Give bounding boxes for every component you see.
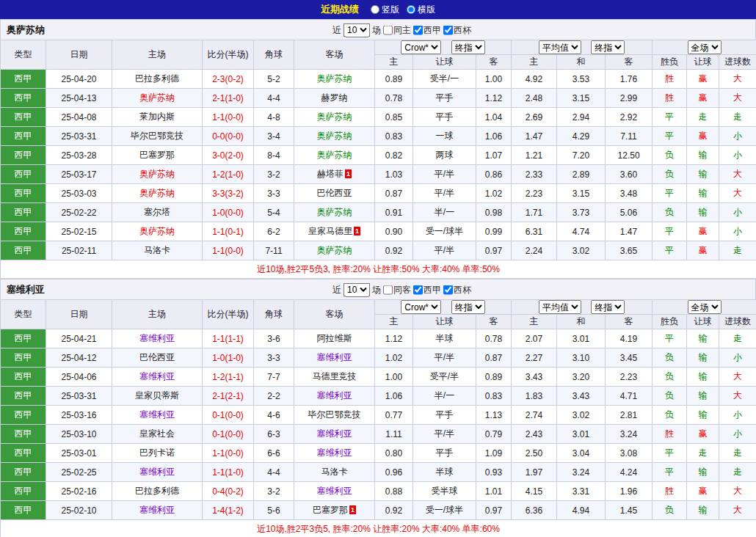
team-link[interactable]: 马德里竞技	[313, 371, 357, 381]
bookmaker-select[interactable]: Crow*	[401, 40, 441, 54]
result-wdl-cell: 平	[653, 463, 687, 482]
handicap-cell: 受一/球半	[413, 222, 476, 241]
team-link[interactable]: 塞维利亚	[139, 333, 175, 343]
team-link[interactable]: 皇家马德里	[308, 226, 352, 236]
europe-avg-select[interactable]: 平均值	[539, 300, 581, 314]
team-link[interactable]: 奥萨苏纳	[139, 169, 175, 179]
away-team-cell: 塞维利亚	[294, 425, 375, 444]
team-link[interactable]: 奥萨苏纳	[139, 226, 175, 236]
cup-checkbox-wrap[interactable]: 西杯	[443, 283, 471, 296]
team-link[interactable]: 奥萨苏纳	[317, 73, 352, 84]
league-label: 西甲	[424, 23, 441, 36]
asia-stage-select[interactable]: 终指	[451, 40, 485, 54]
team-link[interactable]: 马洛卡	[321, 467, 348, 477]
team-link[interactable]: 塞维利亚	[317, 486, 352, 496]
europe-odds-header: 平均值 终指	[512, 300, 653, 315]
team-link[interactable]: 阿拉维斯	[317, 333, 352, 343]
team-link[interactable]: 赫罗纳	[321, 92, 348, 103]
team-link[interactable]: 巴拉多利德	[135, 486, 179, 496]
team-link[interactable]: 奥萨苏纳	[317, 112, 352, 122]
league-checkbox-wrap[interactable]: 西甲	[413, 23, 441, 36]
team-link[interactable]: 皇家社会	[139, 428, 175, 439]
team-link[interactable]: 塞维利亚	[139, 505, 175, 515]
team-link[interactable]: 奥萨苏纳	[317, 207, 352, 217]
europe-stage-select[interactable]: 终指	[591, 40, 625, 54]
same-venue-checkbox-wrap[interactable]: 同主	[383, 23, 411, 36]
league-checkbox[interactable]	[413, 285, 423, 294]
europe-away-odds-cell: 3.45	[606, 348, 653, 368]
team-link[interactable]: 塞维利亚	[139, 371, 175, 381]
layout-radio-vertical-input[interactable]	[371, 5, 379, 14]
fulltime-select[interactable]: 全场	[688, 40, 722, 54]
match-row: 西甲25-03-10皇家社会0-1(0-0)6-3塞维利亚1.11平/半0.79…	[1, 425, 756, 444]
team-link[interactable]: 巴伦西亚	[139, 352, 175, 362]
corner-cell: 2-2	[254, 387, 294, 406]
team-link[interactable]: 塞维利亚	[317, 448, 352, 458]
league-cell: 西甲	[1, 203, 46, 222]
away-team-cell: 马德里竞技	[294, 368, 375, 387]
team-link[interactable]: 巴伦西亚	[317, 188, 352, 198]
team-link[interactable]: 巴拉多利德	[135, 73, 179, 84]
team-link[interactable]: 巴塞罗那	[313, 505, 348, 515]
match-row: 西甲25-02-11马洛卡1-1(0-0)7-11奥萨苏纳0.92平/半0.97…	[1, 241, 756, 260]
europe-away-odds-cell: 7.11	[606, 127, 653, 146]
home-team-cell: 巴拉多利德	[112, 482, 203, 501]
team-link[interactable]: 塞维利亚	[139, 467, 175, 477]
europe-draw-odds-cell: 3.31	[557, 482, 606, 501]
team-link[interactable]: 塞尔塔	[144, 207, 170, 217]
bookmaker-select[interactable]: Crow*	[401, 300, 441, 314]
team-link[interactable]: 奥萨苏纳	[317, 150, 352, 160]
europe-home-odds-cell: 3.43	[512, 368, 557, 387]
asia-away-odds-cell: 0.99	[476, 222, 512, 241]
team-link[interactable]: 赫塔菲	[317, 169, 344, 179]
cup-checkbox[interactable]	[443, 25, 453, 34]
team-link[interactable]: 马洛卡	[144, 245, 170, 255]
league-checkbox-wrap[interactable]: 西甲	[413, 283, 441, 296]
team-link[interactable]: 巴列卡诺	[139, 448, 175, 458]
team-link[interactable]: 塞维利亚	[317, 428, 352, 439]
team-link[interactable]: 奥萨苏纳	[139, 92, 175, 103]
home-team-cell: 巴拉多利德	[112, 70, 203, 89]
team-link[interactable]: 奥萨苏纳	[317, 131, 352, 141]
layout-radio-horizontal-input[interactable]	[407, 5, 415, 14]
team-link[interactable]: 塞维利亚	[139, 409, 175, 420]
europe-home-odds-cell: 2.23	[512, 184, 557, 203]
team-link[interactable]: 毕尔巴鄂竞技	[131, 131, 183, 141]
same-venue-checkbox[interactable]	[383, 285, 393, 294]
fulltime-select[interactable]: 全场	[688, 300, 722, 314]
team-link[interactable]: 塞维利亚	[317, 390, 352, 401]
europe-home-odds-cell: 1.71	[512, 203, 557, 222]
team-link[interactable]: 奥萨苏纳	[317, 245, 352, 255]
team-link[interactable]: 塞维利亚	[317, 352, 352, 362]
europe-stage-select[interactable]: 终指	[591, 300, 625, 314]
recent-count-select[interactable]: 10	[344, 23, 370, 37]
score-cell: 2-1(1-0)	[203, 89, 254, 108]
summary-text: 近10场,胜2平5负3, 胜率:20% 让胜率:50% 大率:40% 单率:50…	[1, 260, 756, 279]
cup-checkbox-wrap[interactable]: 西杯	[443, 23, 471, 36]
same-venue-checkbox-wrap[interactable]: 同客	[383, 283, 411, 296]
team-link[interactable]: 皇家贝蒂斯	[135, 390, 179, 401]
asia-stage-select[interactable]: 终指	[451, 300, 485, 314]
team-link[interactable]: 毕尔巴鄂竞技	[308, 409, 361, 420]
europe-avg-select[interactable]: 平均值	[539, 40, 581, 54]
date-cell: 25-03-10	[46, 425, 112, 444]
layout-radio-horizontal[interactable]: 横版	[407, 4, 435, 16]
result-goals-cell: 大	[719, 501, 756, 520]
team-link[interactable]: 巴塞罗那	[139, 150, 175, 160]
result-goals-cell: 大	[719, 89, 756, 108]
matches-table: 类型 日期 主场 比分(半场) 角球 客场 Crow* 终指 平均值 终指 全场	[0, 299, 756, 537]
same-venue-checkbox[interactable]	[383, 25, 393, 34]
away-team-cell: 阿拉维斯	[294, 329, 375, 348]
team-link[interactable]: 莱加内斯	[139, 112, 175, 122]
result-goals-cell: 小	[719, 348, 756, 368]
handicap-cell: 两球	[413, 146, 476, 165]
recent-count-select[interactable]: 10	[344, 282, 370, 296]
league-checkbox[interactable]	[413, 25, 423, 34]
cup-checkbox[interactable]	[443, 285, 453, 294]
team-link[interactable]: 奥萨苏纳	[139, 188, 175, 198]
result-handicap-cell: 输	[687, 329, 719, 348]
home-team-cell: 巴列卡诺	[112, 444, 203, 463]
col-header-home: 主场	[112, 300, 203, 329]
layout-radio-vertical[interactable]: 竖版	[371, 4, 399, 16]
result-wdl-cell: 平	[653, 241, 687, 260]
